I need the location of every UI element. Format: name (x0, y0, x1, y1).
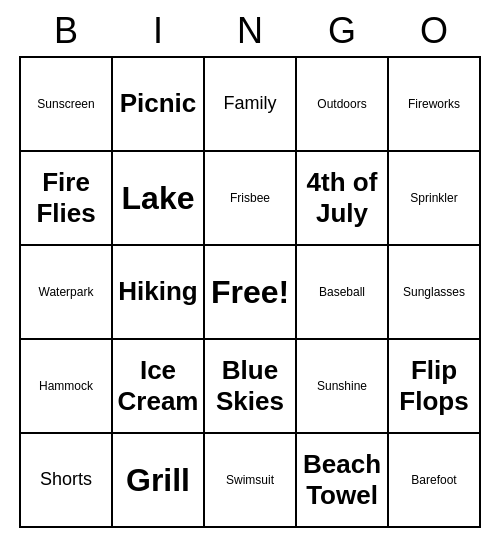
cell-r4-c2: Swimsuit (205, 434, 297, 528)
cell-r1-c1: Lake (113, 152, 205, 246)
cell-r1-c3: 4th of July (297, 152, 389, 246)
cell-r2-c3: Baseball (297, 246, 389, 340)
cell-r3-c2: Blue Skies (205, 340, 297, 434)
cell-r4-c0: Shorts (21, 434, 113, 528)
cell-r2-c1: Hiking (113, 246, 205, 340)
cell-r3-c4: Flip Flops (389, 340, 481, 434)
bingo-letter: G (296, 10, 388, 52)
cell-r3-c3: Sunshine (297, 340, 389, 434)
cell-r2-c0: Waterpark (21, 246, 113, 340)
cell-r4-c4: Barefoot (389, 434, 481, 528)
bingo-letter: N (204, 10, 296, 52)
cell-r0-c1: Picnic (113, 58, 205, 152)
cell-r2-c4: Sunglasses (389, 246, 481, 340)
cell-r4-c1: Grill (113, 434, 205, 528)
cell-r0-c2: Family (205, 58, 297, 152)
cell-r0-c0: Sunscreen (21, 58, 113, 152)
bingo-header: BINGO (20, 10, 480, 52)
cell-r3-c0: Hammock (21, 340, 113, 434)
cell-r2-c2: Free! (205, 246, 297, 340)
cell-r1-c2: Frisbee (205, 152, 297, 246)
cell-r1-c0: Fire Flies (21, 152, 113, 246)
bingo-letter: O (388, 10, 480, 52)
cell-r3-c1: Ice Cream (113, 340, 205, 434)
cell-r1-c4: Sprinkler (389, 152, 481, 246)
cell-r4-c3: Beach Towel (297, 434, 389, 528)
bingo-grid: SunscreenPicnicFamilyOutdoorsFireworksFi… (19, 56, 481, 528)
bingo-letter: I (112, 10, 204, 52)
cell-r0-c4: Fireworks (389, 58, 481, 152)
bingo-letter: B (20, 10, 112, 52)
cell-r0-c3: Outdoors (297, 58, 389, 152)
